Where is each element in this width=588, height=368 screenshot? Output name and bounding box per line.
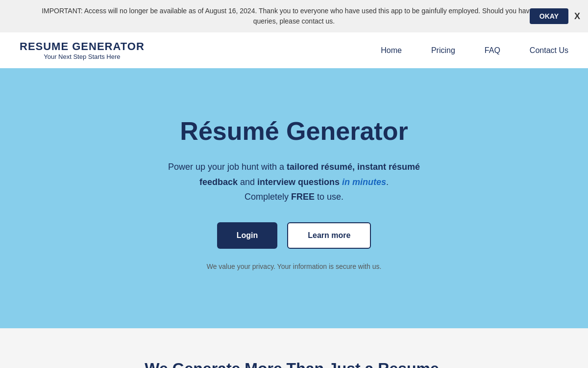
hero-desc-interview: interview questions: [257, 177, 340, 187]
lower-title: We Generate More Than Just a Resume. Our…: [20, 358, 568, 368]
hero-section: Résumé Generator Power up your job hunt …: [0, 68, 588, 328]
navbar: RESUME GENERATOR Your Next Step Starts H…: [0, 32, 588, 68]
hero-title: Résumé Generator: [180, 116, 408, 146]
privacy-text: We value your privacy. Your information …: [207, 263, 382, 270]
hero-desc-free: FREE: [291, 192, 315, 202]
logo-title: RESUME GENERATOR: [20, 40, 145, 53]
hero-description: Power up your job hunt with a tailored r…: [167, 159, 421, 205]
login-button[interactable]: Login: [217, 222, 278, 249]
close-banner-button[interactable]: X: [574, 11, 580, 22]
nav-link-contact-us[interactable]: Contact Us: [530, 46, 568, 55]
hero-desc-completely: Completely: [245, 192, 291, 202]
hero-buttons: Login Learn more: [217, 222, 371, 249]
hero-desc-period: .: [386, 177, 389, 187]
hero-desc-italic-blue: in minutes: [342, 177, 386, 187]
announcement-banner: IMPORTANT: Access will no longer be avai…: [0, 0, 588, 32]
okay-button[interactable]: OKAY: [530, 8, 568, 24]
nav-link-faq[interactable]: FAQ: [485, 46, 500, 55]
banner-message: IMPORTANT: Access will no longer be avai…: [42, 7, 546, 25]
hero-desc-to-use: to use.: [315, 192, 343, 202]
hero-desc-prefix: Power up your job hunt with a: [168, 162, 287, 172]
logo-subtitle: Your Next Step Starts Here: [20, 53, 145, 60]
nav-links: Home Pricing FAQ Contact Us: [381, 46, 568, 55]
nav-link-pricing[interactable]: Pricing: [431, 46, 455, 55]
learn-more-button[interactable]: Learn more: [287, 222, 371, 249]
lower-section: We Generate More Than Just a Resume. Our…: [0, 328, 588, 368]
hero-desc-mid: and: [238, 177, 257, 187]
logo: RESUME GENERATOR Your Next Step Starts H…: [20, 40, 145, 60]
lower-line1: We Generate More Than Just a Resume.: [145, 360, 443, 368]
nav-link-home[interactable]: Home: [381, 46, 402, 55]
